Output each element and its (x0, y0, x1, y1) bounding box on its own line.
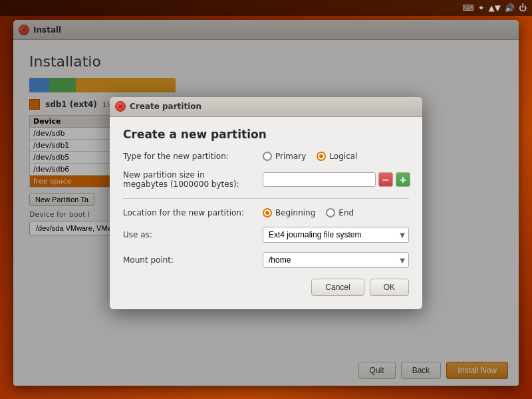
radio-beginning[interactable]: Beginning (263, 208, 315, 217)
partition-type-radios: Primary Logical (263, 152, 357, 161)
dialog-titlebar: ✕ Create partition (110, 97, 422, 117)
partition-type-row: Type for the new partition: Primary Logi… (123, 152, 409, 161)
network-icon: ▲▼ (489, 3, 501, 13)
size-increase-button[interactable]: + (396, 172, 410, 187)
mount-point-row: Mount point: /home / /boot /tmp /usr /va… (123, 252, 409, 268)
radio-end-circle[interactable] (326, 208, 335, 217)
divider (123, 198, 409, 199)
top-bar: ⌨ ✦ ▲▼ 🔊 ⏻ (0, 0, 532, 16)
size-decrease-button[interactable]: − (378, 172, 393, 187)
volume-icon: 🔊 (505, 3, 515, 13)
create-partition-dialog: ✕ Create partition Create a new partitio… (110, 97, 422, 309)
use-as-row: Use as: Ext4 journaling file system Ext3… (123, 227, 409, 243)
use-as-select-wrap: Ext4 journaling file system Ext3 journal… (263, 227, 409, 243)
radio-logical-label: Logical (329, 152, 357, 161)
dialog-heading: Create a new partition (123, 128, 409, 141)
main-window: ✕ Install Installatio sdb1 (ext4) 199.2 … (13, 20, 519, 386)
location-row: Location for the new partition: Beginnin… (123, 208, 409, 217)
bluetooth-icon: ✦ (477, 3, 484, 13)
dialog-overlay: ✕ Create partition Create a new partitio… (13, 20, 519, 386)
use-as-label: Use as: (123, 230, 263, 239)
radio-end-label: End (338, 208, 354, 217)
radio-primary-circle[interactable] (263, 152, 272, 161)
keyboard-icon: ⌨ (462, 3, 473, 13)
use-as-select[interactable]: Ext4 journaling file system Ext3 journal… (263, 227, 409, 243)
location-label: Location for the new partition: (123, 208, 263, 217)
location-radios: Beginning End (263, 208, 354, 217)
partition-size-row: New partition size inmegabytes (1000000 … (123, 170, 409, 189)
mount-point-select-wrap: /home / /boot /tmp /usr /var ▼ (263, 252, 409, 268)
size-input[interactable]: 44864 (263, 172, 376, 187)
dialog-title: Create partition (130, 102, 201, 111)
mount-point-label: Mount point: (123, 255, 263, 265)
radio-primary[interactable]: Primary (263, 152, 306, 161)
partition-size-label: New partition size inmegabytes (1000000 … (123, 170, 263, 189)
dialog-close-button[interactable]: ✕ (115, 101, 126, 112)
mount-point-select[interactable]: /home / /boot /tmp /usr /var (263, 252, 409, 268)
ok-button[interactable]: OK (370, 279, 409, 296)
radio-logical[interactable]: Logical (317, 152, 357, 161)
dialog-buttons: Cancel OK (123, 279, 409, 296)
radio-primary-label: Primary (275, 152, 306, 161)
size-input-group: 44864 − + (263, 172, 410, 187)
radio-beginning-label: Beginning (275, 208, 315, 217)
power-icon: ⏻ (519, 3, 527, 13)
dialog-content: Create a new partition Type for the new … (110, 117, 422, 309)
radio-beginning-circle[interactable] (263, 208, 272, 217)
partition-type-label: Type for the new partition: (123, 152, 263, 161)
cancel-button[interactable]: Cancel (311, 279, 364, 296)
radio-end[interactable]: End (326, 208, 354, 217)
radio-logical-circle[interactable] (317, 152, 326, 161)
